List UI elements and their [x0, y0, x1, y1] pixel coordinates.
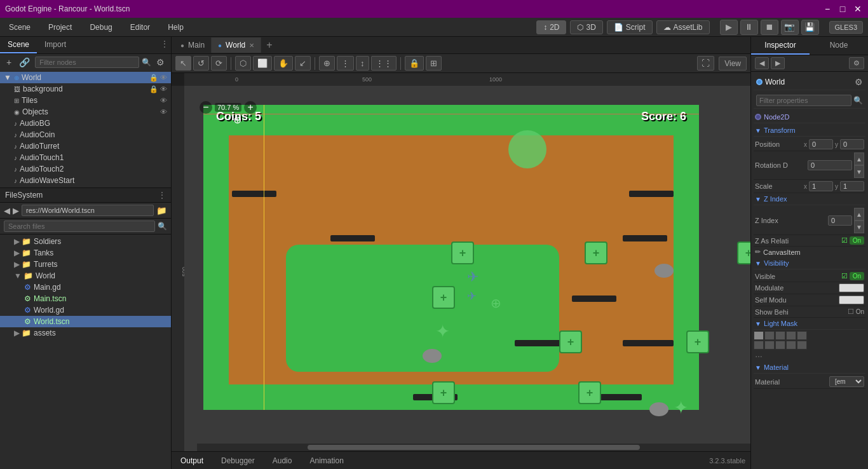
fullscreen-btn[interactable]: ⛶	[697, 56, 714, 71]
run-play-btn[interactable]: ▶	[720, 20, 738, 35]
insp-edit-btn[interactable]: ⚙	[849, 57, 864, 69]
mask-more-btn[interactable]: …	[755, 350, 764, 359]
tree-item-audiobg[interactable]: ♪ AudioBG	[0, 118, 171, 129]
material-section-header[interactable]: ▼ Material	[754, 362, 865, 374]
tool-select[interactable]: ↖	[175, 56, 191, 71]
modulate-swatch[interactable]	[839, 283, 864, 292]
mask-4[interactable]	[786, 331, 796, 340]
tool-more2[interactable]: ⋮⋮	[371, 56, 397, 71]
mask-10[interactable]	[797, 341, 807, 350]
fs-folder-turrets[interactable]: ▶ 📁 Turrets	[0, 259, 171, 270]
link-node-btn[interactable]: 🔗	[17, 56, 32, 69]
tree-item-audiotouch1[interactable]: ♪ AudioTouch1	[0, 152, 171, 163]
fs-forward-btn[interactable]: ▶	[13, 206, 19, 215]
tree-item-tiles[interactable]: ⊞ Tiles 👁	[0, 95, 171, 106]
scene-options-btn[interactable]: ⋮	[158, 37, 171, 53]
mask-7[interactable]	[764, 341, 775, 350]
tab-main[interactable]: ● Main	[174, 37, 212, 53]
run-pause-btn[interactable]: ⏸	[740, 20, 758, 35]
fs-search-input[interactable]	[4, 221, 155, 232]
menu-editor[interactable]: Editor	[126, 20, 154, 34]
tab-world-close[interactable]: ✕	[249, 42, 254, 49]
tab-node[interactable]: Node	[810, 37, 868, 55]
tool-snap[interactable]: ⬡	[235, 56, 251, 71]
fs-file-worldgd[interactable]: ⚙ World.gd	[0, 304, 171, 316]
mode-assetlib[interactable]: ☁ AssetLib	[656, 20, 710, 34]
menu-debug[interactable]: Debug	[86, 20, 116, 34]
add-node-btn[interactable]: +	[4, 56, 14, 69]
rotation-d-input[interactable]	[808, 160, 852, 170]
lightmask-section-header[interactable]: ▼ Light Mask	[754, 318, 865, 330]
scene-filter-btn[interactable]: ⚙	[154, 56, 167, 69]
mode-3d[interactable]: ⬡ 3D	[570, 20, 602, 34]
mask-3[interactable]	[775, 331, 785, 340]
zoom-out-btn[interactable]: −	[200, 101, 212, 114]
fs-folder-tanks[interactable]: ▶ 📁 Tanks	[0, 247, 171, 259]
mode-script[interactable]: 📄 Script	[607, 20, 653, 34]
add-tab-btn[interactable]: +	[261, 37, 277, 53]
inspector-settings-btn[interactable]: ⚙	[855, 77, 863, 87]
scrollbar-thumb[interactable]	[308, 445, 640, 450]
zrelative-checkbox[interactable]: ☑	[841, 236, 848, 245]
fs-folder-world[interactable]: ▼ 📁 World	[0, 270, 171, 282]
run-stop-btn[interactable]: ⏹	[761, 20, 778, 35]
canvas-area[interactable]: − 70.7 % + Coins: 5	[184, 86, 750, 451]
rotation-down-btn[interactable]: ▼	[854, 165, 864, 178]
mask-8[interactable]	[775, 341, 785, 350]
tree-item-audiowavestart[interactable]: ♪ AudioWaveStart	[0, 175, 171, 186]
position-y-input[interactable]	[840, 139, 864, 149]
position-x-input[interactable]	[809, 139, 833, 149]
run-save-btn[interactable]: 💾	[801, 20, 819, 35]
tool-align[interactable]: ↕	[356, 56, 369, 71]
scale-x-input[interactable]	[809, 181, 833, 191]
tab-world[interactable]: ● World ✕	[212, 37, 261, 53]
minimize-btn[interactable]: −	[822, 4, 832, 14]
material-dropdown[interactable]: [em	[829, 376, 864, 387]
fs-file-maintscn[interactable]: ⚙ Main.tscn	[0, 293, 171, 304]
tree-item-audiotouch2[interactable]: ♪ AudioTouch2	[0, 163, 171, 175]
zoom-in-btn[interactable]: +	[244, 101, 257, 114]
filter-properties-input[interactable]	[756, 95, 851, 106]
view-btn[interactable]: View	[719, 57, 747, 71]
tool-zoom-in[interactable]: ↙	[295, 56, 311, 71]
fs-path-input[interactable]	[22, 205, 154, 216]
tab-audio[interactable]: Audio	[269, 455, 296, 466]
filter-nodes-input[interactable]	[35, 57, 139, 68]
mask-9[interactable]	[786, 341, 796, 350]
mask-2[interactable]	[764, 331, 775, 340]
close-btn[interactable]: ✕	[853, 4, 863, 14]
tool-rotate[interactable]: ↺	[193, 56, 209, 71]
fs-back-btn[interactable]: ◀	[4, 206, 10, 215]
mode-2d[interactable]: ↕ 2D	[536, 20, 566, 34]
tool-lock[interactable]: 🔒	[405, 56, 424, 71]
rotation-up-btn[interactable]: ▲	[854, 153, 864, 165]
tool-hand[interactable]: ✋	[274, 56, 293, 71]
zindex-up-btn[interactable]: ▲	[854, 208, 864, 221]
transform-section-header[interactable]: ▼ Transform	[754, 125, 865, 137]
tab-import[interactable]: Import	[37, 37, 74, 53]
run-screenshot-btn[interactable]: 📷	[781, 20, 799, 35]
tab-animation[interactable]: Animation	[306, 455, 347, 466]
tab-output[interactable]: Output	[177, 455, 207, 466]
zindex-input[interactable]	[828, 215, 852, 226]
tool-group[interactable]: ⊞	[426, 56, 442, 71]
tree-item-audiocoin[interactable]: ♪ AudioCoin	[0, 129, 171, 140]
menu-project[interactable]: Project	[44, 20, 76, 34]
fs-options-btn[interactable]: ⋮	[158, 191, 166, 200]
fs-folder-soldiers[interactable]: ▶ 📁 Soldiers	[0, 236, 171, 247]
menu-help[interactable]: Help	[164, 20, 187, 34]
tab-inspector[interactable]: Inspector	[751, 37, 810, 55]
tree-item-objects[interactable]: ◉ Objects 👁	[0, 106, 171, 118]
tree-item-background[interactable]: 🖼 background 🔒 👁	[0, 83, 171, 95]
selfmodu-swatch[interactable]	[839, 296, 864, 304]
fs-folder-assets[interactable]: ▶ 📁 assets	[0, 327, 171, 339]
zindex-section-header[interactable]: ▼ Z Index	[754, 193, 865, 205]
tab-scene[interactable]: Scene	[0, 37, 37, 53]
tool-pivot[interactable]: ⊕	[319, 56, 335, 71]
visibility-section-header[interactable]: ▼ Visibility	[754, 257, 865, 269]
visible-checkbox[interactable]: ☑	[841, 272, 848, 280]
tool-rect[interactable]: ⬜	[253, 56, 272, 71]
fs-folder-btn[interactable]: 📁	[156, 206, 167, 215]
tab-debugger[interactable]: Debugger	[217, 455, 259, 466]
tool-scale[interactable]: ⟳	[211, 56, 227, 71]
